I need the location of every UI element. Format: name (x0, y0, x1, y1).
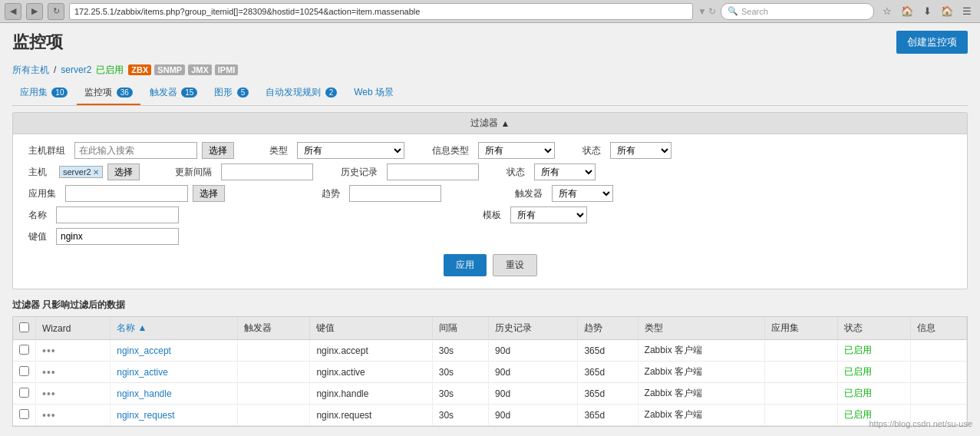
appset-select-btn[interactable]: 选择 (193, 185, 225, 202)
row-name-link[interactable]: nginx_active (117, 367, 168, 378)
name-input[interactable] (56, 206, 179, 223)
address-bar[interactable]: 172.25.5.1/zabbix/items.php?group_itemid… (69, 3, 693, 20)
apply-button[interactable]: 应用 (444, 254, 487, 276)
history-input[interactable] (387, 164, 479, 180)
tag-snmp[interactable]: SNMP (154, 64, 185, 75)
row-checkbox-cell (13, 405, 36, 426)
home-icon[interactable]: 🏠 (939, 3, 955, 20)
tab-triggers[interactable]: 触发器 15 (142, 81, 205, 105)
row-triggers (237, 362, 310, 383)
row-triggers (237, 383, 310, 405)
breadcrumb: 所有主机 / server2 已启用 ZBX SNMP JMX IPMI (12, 61, 968, 78)
row-info (910, 405, 966, 426)
row-history: 90d (489, 362, 578, 383)
row-history: 90d (489, 405, 578, 426)
zabbix-icon[interactable]: 🏠 (899, 3, 916, 20)
appset-input[interactable] (65, 185, 188, 202)
th-wizard: Wizard (36, 317, 111, 340)
row-dots: ••• (36, 383, 111, 405)
row-checkbox[interactable] (19, 388, 29, 398)
row-checkbox[interactable] (19, 366, 29, 376)
row-dots-btn[interactable]: ••• (42, 388, 56, 400)
tag-jmx[interactable]: JMX (188, 64, 212, 75)
tab-discovery[interactable]: 自动发现规则 2 (258, 81, 345, 105)
interval-input[interactable] (221, 164, 313, 180)
host-group-select-btn[interactable]: 选择 (202, 142, 234, 159)
row-dots-btn[interactable]: ••• (42, 345, 56, 357)
row-name-link[interactable]: nginx_request (117, 410, 174, 421)
row-name-link[interactable]: nginx_handle (117, 388, 171, 399)
row-checkbox-cell (13, 362, 36, 383)
info-type-label: 信息类型 (432, 144, 474, 157)
menu-icon[interactable]: ☰ (959, 3, 975, 20)
name-label: 名称 (28, 209, 51, 222)
create-item-button[interactable]: 创建监控项 (896, 31, 968, 54)
row-status: 已启用 (837, 362, 910, 383)
host-chip-value: server2 (63, 167, 91, 177)
host-select-btn[interactable]: 选择 (107, 164, 140, 180)
row-name: nginx_request (111, 405, 237, 426)
filter-row-2: 主机 server2 ✕ 选择 更新间隔 历史记录 状态 (28, 164, 952, 180)
browser-search[interactable]: 🔍 Search (721, 3, 874, 20)
host-chip-remove[interactable]: ✕ (93, 168, 99, 177)
row-name: nginx_handle (111, 383, 237, 405)
download-icon[interactable]: ⬇ (919, 3, 935, 20)
tab-applications[interactable]: 应用集 10 (12, 81, 75, 105)
row-dots: ••• (36, 405, 111, 426)
tab-items-badge: 36 (117, 88, 133, 97)
row-trend: 365d (578, 362, 638, 383)
template-select[interactable]: 所有 (510, 206, 587, 223)
row-checkbox[interactable] (19, 345, 29, 355)
status1-select[interactable]: 所有 (610, 142, 671, 159)
row-checkbox[interactable] (19, 409, 29, 419)
filter-toggle[interactable]: 过滤器 ▲ (13, 113, 967, 134)
bookmark-icon[interactable]: ☆ (879, 3, 896, 20)
row-interval: 30s (432, 340, 488, 362)
tab-items[interactable]: 监控项 36 (77, 81, 140, 105)
breadcrumb-separator: / (54, 64, 56, 75)
host-group-input[interactable] (74, 142, 197, 159)
filter-trigger: 触发器 所有 (515, 185, 613, 202)
reset-button[interactable]: 重设 (493, 254, 537, 276)
th-triggers: 触发器 (237, 317, 310, 340)
filter-row-1: 主机群组 选择 类型 所有 信息类型 所有 状态 (28, 142, 952, 159)
row-apps (764, 405, 837, 426)
forward-button[interactable]: ▶ (26, 3, 43, 20)
status2-select[interactable]: 所有 (534, 164, 596, 180)
tab-web[interactable]: Web 场景 (346, 81, 401, 105)
th-key: 键值 (310, 317, 432, 340)
th-interval: 间隔 (432, 317, 488, 340)
th-name-link[interactable]: 名称 ▲ (117, 322, 147, 333)
key-label: 键值 (28, 230, 51, 243)
filter-key: 键值 (28, 228, 179, 245)
tab-graphs[interactable]: 图形 5 (206, 81, 256, 105)
type-select[interactable]: 所有 (297, 142, 404, 159)
reload-button[interactable]: ↻ (48, 3, 64, 20)
breadcrumb-server[interactable]: server2 (61, 64, 91, 75)
row-info (910, 362, 966, 383)
row-trend: 365d (578, 405, 638, 426)
url-text: 172.25.5.1/zabbix/items.php?group_itemid… (74, 7, 420, 16)
status1-label: 状态 (582, 144, 605, 157)
select-all-checkbox[interactable] (19, 322, 29, 332)
trend-input[interactable] (349, 185, 441, 202)
key-input[interactable] (56, 228, 179, 245)
row-info (910, 340, 966, 362)
th-name: 名称 ▲ (111, 317, 237, 340)
breadcrumb-all-hosts[interactable]: 所有主机 (12, 64, 49, 77)
row-name-link[interactable]: nginx_accept (117, 345, 171, 356)
tag-zbx[interactable]: ZBX (128, 64, 151, 75)
page-title: 监控项 (12, 31, 63, 54)
row-dots-btn[interactable]: ••• (42, 409, 56, 421)
th-checkbox (13, 317, 36, 340)
info-type-select[interactable]: 所有 (478, 142, 555, 159)
tag-ipmi[interactable]: IPMI (215, 64, 239, 75)
table-header-row: Wizard 名称 ▲ 触发器 键值 间隔 历史记录 趋势 类型 应用集 状态 … (13, 317, 967, 340)
items-table: Wizard 名称 ▲ 触发器 键值 间隔 历史记录 趋势 类型 应用集 状态 … (13, 317, 967, 426)
row-status: 已启用 (837, 383, 910, 405)
back-button[interactable]: ◀ (5, 3, 21, 20)
trigger-select[interactable]: 所有 (552, 185, 613, 202)
row-dots-btn[interactable]: ••• (42, 366, 56, 378)
filter-host: 主机 server2 ✕ 选择 (28, 164, 140, 180)
search-placeholder: Search (741, 7, 768, 16)
